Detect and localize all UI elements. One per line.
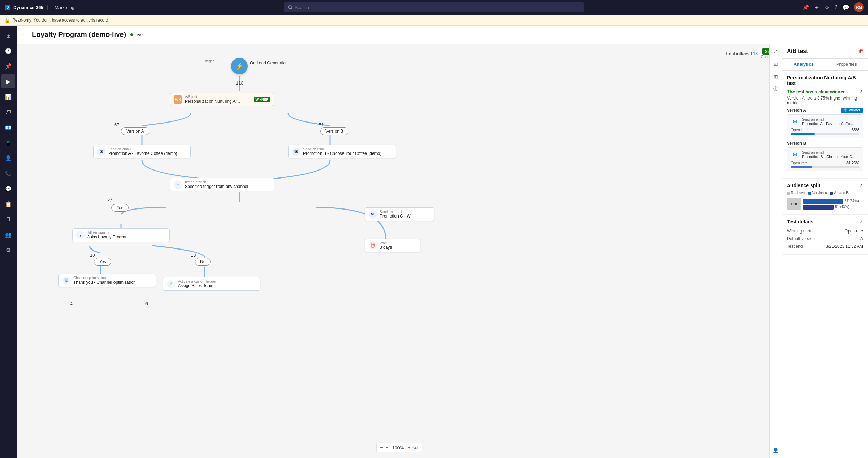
clear-winner-heading: The test has a clear winner <box>787 89 845 94</box>
test-details-header: Test details ∧ <box>787 219 863 224</box>
version-a-node[interactable]: Version A <box>121 127 149 135</box>
count-6: 6 <box>145 301 148 306</box>
version-b-email-icon: ✉ <box>791 150 799 159</box>
sidebar-item-journey[interactable]: ▶ <box>1 74 15 88</box>
audience-toggle[interactable]: ∧ <box>860 183 863 188</box>
journey-wrapper: ⚡ Trigger On Lead Generation 118 A/B A/B… <box>38 58 766 441</box>
test-details-toggle[interactable]: ∧ <box>860 219 863 224</box>
wait-node[interactable]: ⏰ Wait 3 days <box>365 239 420 252</box>
sidebar-item-forms[interactable]: 📋 <box>1 197 15 211</box>
channel-opt-icon: 📡 <box>62 276 71 285</box>
legend-total: Total sent <box>787 191 806 195</box>
help-icon[interactable]: ? <box>834 4 837 10</box>
sidebar-item-settings[interactable]: ⚙ <box>1 243 15 257</box>
search-input[interactable] <box>295 5 580 10</box>
promotion-c-node[interactable]: ✉ Send an email Promotion C - W... <box>365 207 434 221</box>
sidebar-item-pinned[interactable]: 📌 <box>1 59 15 73</box>
ab-test-section: Personalization Nurturing A/B test The t… <box>782 71 868 179</box>
panel-tabs: Analytics Properties <box>782 59 868 71</box>
loyalty-icon: ⑂ <box>76 231 85 239</box>
count-67: 67 <box>114 122 119 127</box>
plus-icon[interactable]: ＋ <box>814 4 820 11</box>
tab-properties[interactable]: Properties <box>825 59 868 70</box>
zoom-reset-button[interactable]: Reset <box>408 445 418 450</box>
legend-a-dot <box>808 192 811 195</box>
loyalty-branch-node[interactable]: ⑂ If/then branch Joins Loyalty Program <box>72 228 170 242</box>
sidebar-item-analytics[interactable]: 📊 <box>1 90 15 104</box>
custom-trigger-node[interactable]: ⚡ Activate a custom trigger Assign Sales… <box>163 277 260 291</box>
email-b-title: Promotion B - Choose Your Coffee (demo) <box>303 151 381 156</box>
back-button[interactable]: ← <box>22 32 28 38</box>
version-b-node[interactable]: Version B <box>320 127 348 135</box>
trigger-node[interactable]: ⚡ <box>231 58 248 74</box>
sidebar-item-segments[interactable]: 🏷 <box>1 105 15 119</box>
panel-pin-button[interactable]: 📌 <box>857 48 863 54</box>
info-icon[interactable]: ⓘ <box>771 84 781 94</box>
branch-node[interactable]: ⑂ If/then branch Specified trigger from … <box>170 178 274 191</box>
version-a-card[interactable]: ✉ Send an email Promotion A - Favorite C… <box>787 114 863 138</box>
expand-icon[interactable]: ⤢ <box>771 47 781 56</box>
clear-winner-toggle[interactable]: ∧ <box>860 89 863 94</box>
avatar[interactable]: RM <box>854 2 864 12</box>
sidebar-item-contacts[interactable]: 👤 <box>1 151 15 165</box>
sidebar-item-leads[interactable]: 📞 <box>1 166 15 180</box>
page-title: Loyalty Program (demo-live) <box>32 31 126 39</box>
version-a-email-name: Promotion A - Favorite Coffe... <box>802 121 858 126</box>
email-b-node[interactable]: ✉ Send an email Promotion B - Choose You… <box>288 145 396 158</box>
sidebar-item-teams[interactable]: 👥 <box>1 228 15 242</box>
wait-label: Wait <box>380 241 392 245</box>
yes-branch-node[interactable]: Yes <box>111 204 129 212</box>
sidebar-item-sms[interactable]: 📱 <box>1 136 15 150</box>
channel-opt-info: Channel optimization Thank you - Channel… <box>73 276 136 285</box>
sidebar-item-events[interactable]: 🗓 <box>1 212 15 226</box>
no-sub-node[interactable]: No <box>195 258 211 266</box>
sidebar-item-chat[interactable]: 💬 <box>1 182 15 196</box>
trophy-icon: 🏆 <box>843 108 847 112</box>
winner-badge: 🏆 Winner <box>841 108 863 113</box>
journey-canvas[interactable]: Total inflow: 118 8% Goal met ⤢ ⊡ ⊞ ⓘ 👤 <box>17 44 782 458</box>
count-13: 13 <box>191 253 196 258</box>
grid-icon[interactable]: ⊞ <box>771 72 781 81</box>
channel-opt-label: Channel optimization <box>73 276 136 280</box>
audience-title: Audience split <box>787 183 820 188</box>
svg-text:D: D <box>6 6 9 9</box>
sidebar-item-home[interactable]: ⊞ <box>1 29 15 42</box>
version-b-rate-row: Open rate 31.25% <box>791 161 859 165</box>
fit-icon[interactable]: ⊡ <box>771 59 781 69</box>
panel-header: A/B test 📌 <box>782 44 868 59</box>
email-a-node[interactable]: ✉ Send an email Promotion A - Favorite C… <box>93 145 191 158</box>
ab-test-node[interactable]: A/B A/B test Personalization Nurturing A… <box>170 93 274 106</box>
warning-text: Read-only: You don't have access to edit… <box>12 18 109 23</box>
pin-icon[interactable]: 📌 <box>802 4 809 11</box>
person-icon[interactable]: 👤 <box>771 445 781 455</box>
sidebar-item-emails[interactable]: 📧 <box>1 120 15 134</box>
branch-title: Specified trigger from any channel <box>185 184 248 189</box>
ab-icon: A/B <box>174 95 182 104</box>
inflow-link[interactable]: 118 <box>750 51 758 56</box>
default-version-value: A <box>860 236 863 241</box>
zoom-out-button[interactable]: − <box>380 444 383 451</box>
search-box[interactable] <box>284 2 584 12</box>
yes-branch-label: Yes <box>117 205 124 210</box>
promo-c-label: Send an email <box>380 210 414 214</box>
winning-metric-row: Winning metric Open rate <box>787 227 863 235</box>
zoom-in-button[interactable]: + <box>385 444 388 451</box>
channel-opt-node[interactable]: 📡 Channel optimization Thank you - Chann… <box>58 274 156 287</box>
version-b-pct: 51 (43%) <box>835 205 849 209</box>
svg-point-2 <box>288 6 291 9</box>
warning-bar: 🔒 Read-only: You don't have access to ed… <box>0 15 868 26</box>
custom-trigger-title: Assign Sales Team <box>178 283 216 288</box>
loyalty-info: If/then branch Joins Loyalty Program <box>87 231 129 239</box>
inflow-label: Total inflow: <box>725 51 749 56</box>
no-sub-label: No <box>200 259 205 264</box>
version-b-progress-fill <box>791 166 812 168</box>
settings-icon[interactable]: ⚙ <box>824 4 829 11</box>
sidebar-item-recent[interactable]: 🕐 <box>1 44 15 58</box>
version-b-card[interactable]: ✉ Send an email Promotion B - Choose You… <box>787 147 863 171</box>
notification-icon[interactable]: 💬 <box>842 4 849 11</box>
version-a-email-row: ✉ Send an email Promotion A - Favorite C… <box>791 117 859 126</box>
tab-analytics[interactable]: Analytics <box>782 59 825 70</box>
svg-line-3 <box>291 8 292 9</box>
yes-sub-node[interactable]: Yes <box>94 258 111 266</box>
email-b-label: Send an email <box>303 147 381 151</box>
